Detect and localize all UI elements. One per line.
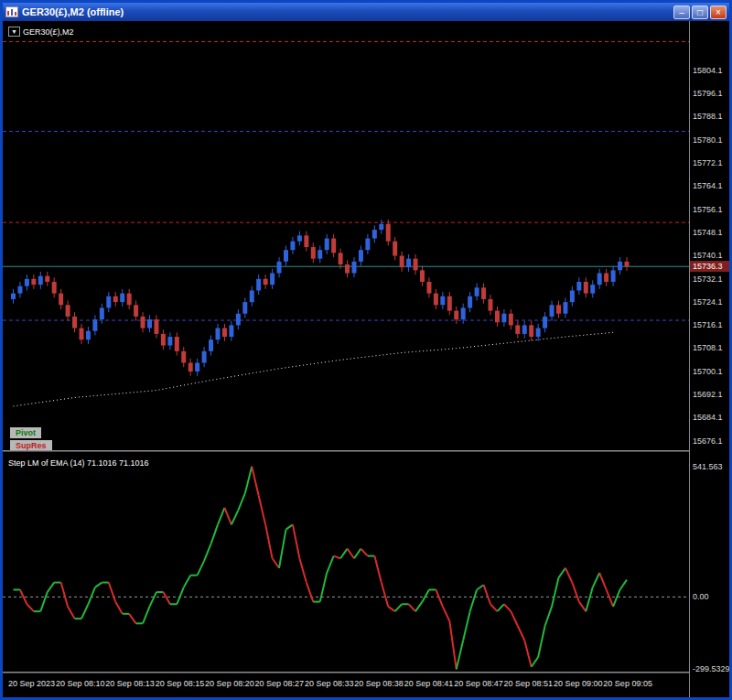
chart-window: GER30(£),M2 (offline) – □ × ▼ GER30(£),M… — [0, 0, 732, 700]
indicator-svg[interactable] — [3, 455, 689, 672]
time-label: 20 Sep 08:41 — [404, 679, 454, 688]
price-tick: 15684.1 — [693, 413, 723, 422]
time-label: 20 Sep 08:33 — [305, 679, 354, 688]
time-label: 20 Sep 08:15 — [156, 679, 205, 688]
time-axis-divider — [3, 672, 689, 673]
chart-content: ▼ GER30(£),M2 Pivot SupRes Step LM of EM… — [3, 21, 729, 697]
indicator-axis-label: 0.00 — [693, 592, 709, 601]
time-label: 20 Sep 09:00 — [554, 679, 603, 688]
window-title: GER30(£),M2 (offline) — [22, 6, 672, 17]
close-button[interactable]: × — [710, 5, 727, 19]
indicator-axis-label: -299.5329 — [693, 664, 729, 673]
price-tick: 15716.1 — [693, 320, 723, 329]
time-label: 20 Sep 08:51 — [504, 679, 554, 688]
price-axis[interactable]: 15736.3 15804.115796.115788.115780.11577… — [689, 21, 729, 697]
price-tick: 15692.1 — [693, 390, 723, 399]
time-label: 20 Sep 08:20 — [205, 679, 254, 688]
minimize-button[interactable]: – — [673, 5, 690, 19]
price-tick: 15708.1 — [693, 343, 723, 352]
indicator-axis-label: 541.563 — [693, 462, 723, 471]
window-titlebar[interactable]: GER30(£),M2 (offline) – □ × — [3, 3, 729, 21]
time-label: 20 Sep 08:13 — [105, 679, 155, 688]
main-chart-svg[interactable] — [3, 23, 689, 450]
price-tick: 15804.1 — [693, 66, 723, 75]
price-tick: 15788.1 — [693, 112, 723, 121]
time-label: 20 Sep 08:47 — [454, 679, 503, 688]
chart-window-icon — [5, 6, 18, 17]
price-tick: 15780.1 — [693, 135, 723, 145]
time-label: 20 Sep 08:10 — [56, 679, 105, 688]
price-tick: 15772.1 — [693, 158, 723, 167]
time-axis[interactable]: 20 Sep 202320 Sep 08:1020 Sep 08:1320 Se… — [3, 674, 689, 697]
price-tick: 15700.1 — [693, 367, 723, 376]
price-tick: 15748.1 — [693, 228, 723, 237]
price-tick: 15796.1 — [693, 89, 723, 98]
time-label: 20 Sep 08:27 — [255, 679, 305, 688]
current-price-badge: 15736.3 — [690, 261, 729, 272]
price-tick: 15756.1 — [693, 205, 723, 214]
time-label: 20 Sep 2023 — [8, 679, 55, 688]
time-label: 20 Sep 09:05 — [603, 679, 652, 688]
legend-pivot-label: Pivot — [10, 427, 41, 438]
panel-divider[interactable] — [3, 450, 689, 452]
price-tick: 15764.1 — [693, 181, 723, 190]
time-label: 20 Sep 08:38 — [354, 679, 404, 688]
restore-button[interactable]: □ — [692, 5, 708, 19]
price-tick: 15724.1 — [693, 297, 723, 307]
price-tick: 15676.1 — [693, 436, 723, 446]
chart-symbol-label: ▼ GER30(£),M2 — [8, 27, 73, 37]
price-tick: 15732.1 — [693, 275, 723, 284]
price-tick: 15740.1 — [693, 251, 723, 260]
indicator-title: Step LM of EMA (14) 71.1016 71.1016 — [8, 458, 149, 468]
chevron-down-icon[interactable]: ▼ — [8, 27, 20, 37]
indicator-legend: Pivot SupRes — [10, 427, 52, 451]
symbol-name: GER30(£),M2 — [23, 27, 74, 37]
